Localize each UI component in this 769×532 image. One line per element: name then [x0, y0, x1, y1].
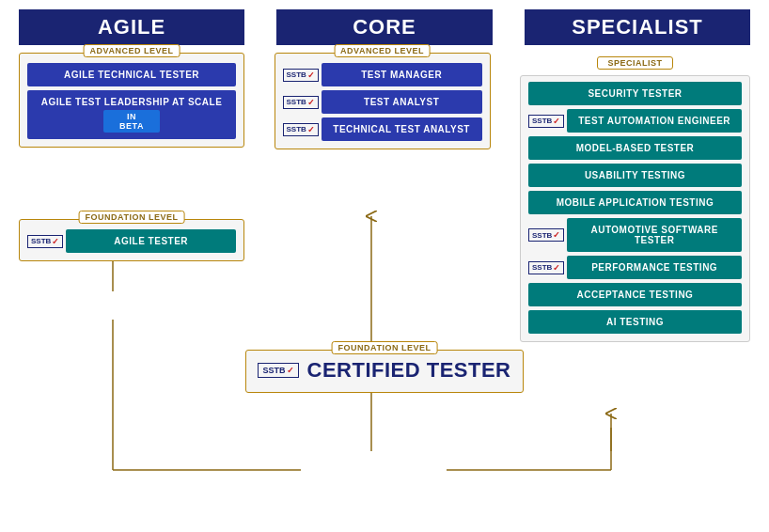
security-tester-btn[interactable]: SECURITY TESTER: [528, 82, 742, 105]
test-manager-row: SSTB✓ TEST MANAGER: [283, 63, 482, 86]
foundation-level-label: FOUNDATION LEVEL: [332, 341, 438, 354]
specialist-header: SPECIALIST: [525, 9, 750, 45]
test-manager-btn[interactable]: TEST MANAGER: [322, 63, 482, 86]
diagram: AGILE CORE SPECIALIST ADVANCED LEVEL AGI…: [0, 0, 769, 532]
usability-testing-btn[interactable]: USABILITY TESTING: [528, 164, 742, 187]
core-advanced-label: ADVANCED LEVEL: [334, 44, 431, 57]
mobile-app-btn[interactable]: MOBILE APPLICATION TESTING: [528, 191, 742, 214]
beta-badge: IN BETA: [103, 110, 160, 133]
agile-tester-btn[interactable]: AGILE TESTER: [66, 229, 236, 253]
sstb-test-manager: SSTB✓: [283, 69, 319, 82]
specialist-label-wrapper: SPECIALIST: [520, 53, 750, 75]
ai-testing-btn[interactable]: AI TESTING: [528, 310, 742, 334]
certified-tester-text: CERTIFIED TESTER: [307, 358, 511, 383]
performance-row: SSTB✓ PERFORMANCE TESTING: [528, 256, 742, 279]
agile-header: AGILE: [19, 9, 244, 45]
sstb-automotive: SSTB✓: [528, 228, 564, 242]
sstb-test-analyst: SSTB✓: [283, 96, 319, 109]
agile-advanced-box: ADVANCED LEVEL AGILE TECHNICAL TESTER AG…: [19, 53, 244, 148]
sstb-test-automation: SSTB✓: [528, 115, 564, 128]
test-analyst-row: SSTB✓ TEST ANALYST: [283, 90, 482, 114]
performance-btn[interactable]: PERFORMANCE TESTING: [567, 256, 742, 279]
agile-foundation-box: FOUNDATION LEVEL SSTB✓ AGILE TESTER: [19, 219, 244, 261]
sstb-performance: SSTB✓: [528, 261, 564, 274]
core-column: ADVANCED LEVEL SSTB✓ TEST MANAGER SSTB✓ …: [275, 53, 491, 149]
model-based-btn[interactable]: MODEL-BASED TESTER: [528, 136, 742, 160]
foundation-section: FOUNDATION LEVEL SSTB✓ CERTIFIED TESTER: [9, 350, 760, 393]
automotive-row: SSTB✓ AUTOMOTIVE SOFTWARE TESTER: [528, 218, 742, 252]
column-headers: AGILE CORE SPECIALIST: [9, 9, 760, 45]
core-advanced-box: ADVANCED LEVEL SSTB✓ TEST MANAGER SSTB✓ …: [275, 53, 491, 149]
specialist-column: SPECIALIST SECURITY TESTER SSTB✓ TEST AU…: [520, 53, 750, 342]
technical-test-analyst-row: SSTB✓ TECHNICAL TEST ANALYST: [283, 117, 482, 141]
specialist-box: SECURITY TESTER SSTB✓ TEST AUTOMATION EN…: [520, 75, 750, 342]
agile-technical-tester-btn[interactable]: AGILE TECHNICAL TESTER: [27, 63, 236, 86]
acceptance-btn[interactable]: ACCEPTANCE TESTING: [528, 283, 742, 306]
certified-tester-box: FOUNDATION LEVEL SSTB✓ CERTIFIED TESTER: [245, 350, 523, 393]
agile-advanced-label: ADVANCED LEVEL: [84, 44, 180, 57]
core-header: CORE: [276, 9, 493, 45]
automotive-btn[interactable]: AUTOMOTIVE SOFTWARE TESTER: [567, 218, 742, 252]
technical-test-analyst-btn[interactable]: TECHNICAL TEST ANALYST: [322, 117, 482, 141]
sstb-agile-tester: SSTB✓: [27, 235, 63, 248]
agile-column: ADVANCED LEVEL AGILE TECHNICAL TESTER AG…: [19, 53, 244, 261]
agile-leadership-btn[interactable]: AGILE TEST LEADERSHIP AT SCALE IN BETA: [27, 90, 236, 139]
specialist-section-label: SPECIALIST: [597, 56, 672, 70]
sstb-certified: SSTB✓: [258, 363, 298, 378]
test-automation-btn[interactable]: TEST AUTOMATION ENGINEER: [567, 109, 742, 133]
agile-tester-row: SSTB✓ AGILE TESTER: [27, 229, 236, 253]
agile-foundation-label: FOUNDATION LEVEL: [79, 211, 185, 224]
main-columns: ADVANCED LEVEL AGILE TECHNICAL TESTER AG…: [9, 53, 760, 342]
sstb-technical-test-analyst: SSTB✓: [283, 123, 319, 136]
test-automation-row: SSTB✓ TEST AUTOMATION ENGINEER: [528, 109, 742, 133]
test-analyst-btn[interactable]: TEST ANALYST: [322, 90, 482, 114]
